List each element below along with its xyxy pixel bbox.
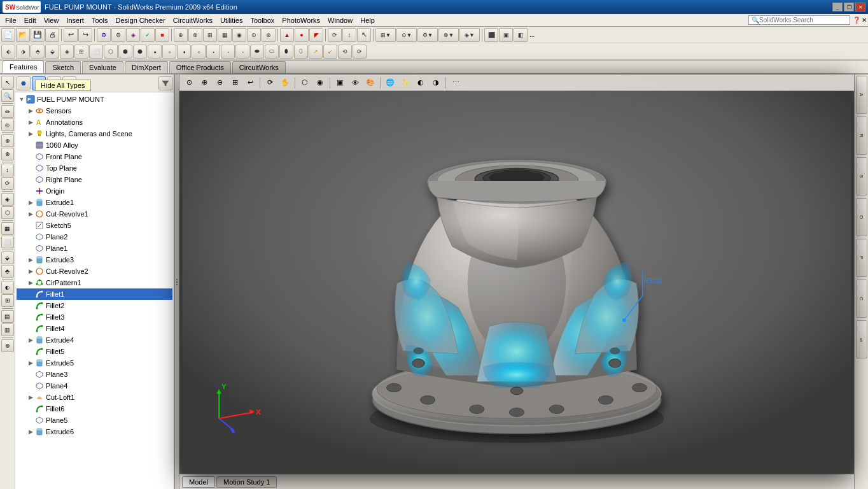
tree-plane2[interactable]: Plane2 [17,231,172,243]
tree-fillet4[interactable]: Fillet4 [17,323,172,334]
tree-right-plane[interactable]: Right Plane [17,174,172,185]
lv-sketch[interactable]: ✏ [1,105,14,118]
cut-revolve1-expand[interactable]: ▶ [27,210,34,218]
fillet6-expand[interactable] [27,405,34,413]
tb2-1[interactable]: ⬖ [1,45,15,59]
tree-fillet1[interactable]: Fillet1 [17,288,172,300]
vp-standard-views[interactable]: ⬡ [298,76,312,90]
lv-12[interactable]: ⬘ [1,265,14,278]
plane5-expand[interactable] [27,416,34,424]
tab-evaluate[interactable]: Evaluate [82,61,123,73]
tab-office-products[interactable]: Office Products [169,61,231,73]
tb2-15[interactable]: ⬩ [206,45,220,59]
right-section[interactable]: § [856,320,867,358]
tree-top-plane[interactable]: Top Plane [17,162,172,174]
tree-front-plane[interactable]: Front Plane [17,151,172,162]
lv-13[interactable]: ◐ [1,281,14,294]
tb-btn-17[interactable]: ↕ [342,28,356,42]
tb2-11[interactable]: ⬥ [148,45,162,59]
tab-features[interactable]: Features [3,60,44,73]
tb-btn-23[interactable]: ⬛ [484,28,498,42]
cut-loft1-expand[interactable]: ▶ [27,393,34,401]
tb2-6[interactable]: ⊞ [74,45,88,59]
tb2-22[interactable]: ↗ [309,45,323,59]
tab-model[interactable]: Model [182,476,215,488]
viewport-area[interactable]: ⊙ ⊕ ⊖ ⊞ ↩ ⟳ ✋ ⬡ ◉ ▣ 👁 🎨 🌐 ✨ ◐ ◑ [179,74,854,474]
tb2-17[interactable]: ⬫ [235,45,249,59]
lv-select[interactable]: ↖ [1,76,14,89]
tb2-10[interactable]: ⬣ [133,45,147,59]
vp-zoom-in[interactable]: ⊕ [197,76,211,90]
tb-btn-11[interactable]: ⊙ [247,28,261,42]
tb-btn-8[interactable]: ⊞ [203,28,217,42]
tree-annotations[interactable]: ▶ A Annotations [17,117,172,128]
tb-btn-13[interactable]: ▲ [280,28,294,42]
tree-plane3[interactable]: Plane3 [17,369,172,380]
tree-fillet5[interactable]: Fillet5 [17,346,172,357]
lv-16[interactable]: ▥ [1,323,14,336]
help-icon[interactable]: ❓ [853,17,860,24]
vp-appearance[interactable]: 🎨 [363,76,377,90]
tree-fillet3[interactable]: Fillet3 [17,311,172,323]
tree-lights[interactable]: ▶ Lights, Cameras and Scene [17,128,172,139]
tree-root[interactable]: ▼ P FUEL PUMP MOUNT [17,94,172,105]
tree-cirpattern1[interactable]: ▶ CirPattern1 [17,277,172,288]
tb2-20[interactable]: ⬮ [279,45,293,59]
minimize-button[interactable]: _ [832,3,843,11]
material-expand[interactable] [27,141,34,149]
tree-sensors[interactable]: ▶ Sensors [17,105,172,117]
tb-btn-14[interactable]: ● [295,28,309,42]
lv-11[interactable]: ⬙ [1,252,14,264]
search-input[interactable] [759,17,836,24]
lv-6[interactable]: ⟳ [1,177,14,190]
vp-scene[interactable]: 🌐 [383,76,397,90]
tree-fillet6[interactable]: Fillet6 [17,403,172,415]
vp-display-style[interactable]: ▣ [333,76,347,90]
vp-prev-view[interactable]: ↩ [243,76,257,90]
tb-btn-18[interactable]: ⊞▼ [375,28,396,42]
tb-btn-12[interactable]: ⊛ [262,28,276,42]
tab-dimxpert[interactable]: DimXpert [125,61,168,73]
save-button[interactable]: 💾 [31,28,45,42]
lv-3[interactable]: ⊕ [1,134,14,147]
fillet5-expand[interactable] [27,348,34,355]
plane1-expand[interactable] [27,244,34,252]
vp-zoom-out[interactable]: ⊖ [213,76,227,90]
tb2-19[interactable]: ⬭ [265,45,279,59]
menu-circuitworks[interactable]: CircuitWorks [169,15,216,25]
tree-cut-loft1[interactable]: ▶ Cut-Loft1 [17,392,172,403]
lights-expand[interactable]: ▶ [27,130,34,138]
vp-pan[interactable]: ✋ [278,76,292,90]
vp-normal-to[interactable]: ◉ [313,76,327,90]
top-plane-expand[interactable] [27,164,34,172]
right-plane-expand[interactable] [27,176,34,183]
tb2-25[interactable]: ⟳ [353,45,367,59]
menu-toolbox[interactable]: Toolbox [246,15,278,25]
redo-button[interactable]: ↪ [78,28,92,42]
vp-more[interactable]: ⋯ [449,76,463,90]
tree-cut-revolve2[interactable]: ▶ Cut-Revolve2 [17,266,172,277]
filter-button[interactable] [158,76,172,90]
tb-btn-10[interactable]: ◉ [232,28,246,42]
vp-zoom-area[interactable]: ⊞ [228,76,242,90]
right-perspective[interactable]: P [856,239,867,277]
extrude3-expand[interactable]: ▶ [27,256,34,264]
tree-cut-revolve1[interactable]: ▶ Cut-Revolve1 [17,208,172,220]
tb-btn-15[interactable]: ◤ [309,28,323,42]
fillet3-expand[interactable] [27,313,34,321]
vp-hide-show[interactable]: 👁 [348,76,362,90]
print-button[interactable]: 🖨 [45,28,59,42]
panel-collapse-handle[interactable] [174,74,179,489]
tab-circuitworks[interactable]: CircuitWorks [232,61,286,73]
lv-smart[interactable]: ◎ [1,118,14,131]
origin-expand[interactable] [27,187,34,195]
tb2-24[interactable]: ⟲ [338,45,352,59]
feature-tree[interactable]: ▼ P FUEL PUMP MOUNT ▶ Sensors [15,92,174,489]
menu-edit[interactable]: Edit [20,15,40,25]
tree-plane4[interactable]: Plane4 [17,380,172,392]
extrude1-expand[interactable]: ▶ [27,199,34,206]
lv-9[interactable]: ▦ [1,222,14,235]
menu-file[interactable]: File [1,15,20,25]
right-cartoon[interactable]: C [856,280,867,318]
cut-revolve2-expand[interactable]: ▶ [27,267,34,275]
